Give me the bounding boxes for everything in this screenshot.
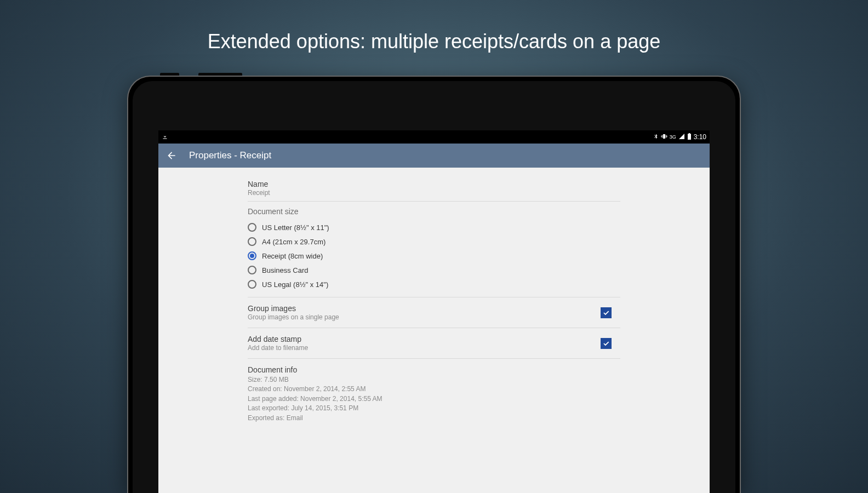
radio-icon <box>248 251 256 260</box>
date-stamp-title: Add date stamp <box>248 335 308 343</box>
document-info-line: Size: 7.50 MB <box>248 375 620 385</box>
group-images-title: Group images <box>248 304 339 313</box>
document-info-line: Exported as: Email <box>248 414 620 423</box>
download-icon <box>162 133 168 141</box>
radio-icon <box>248 266 256 274</box>
network-3g-label: 3G <box>670 134 676 140</box>
date-stamp-section[interactable]: Add date stamp Add date to filename <box>248 328 620 359</box>
document-size-header: Document size <box>248 207 620 216</box>
battery-icon <box>687 133 692 141</box>
radio-icon <box>248 223 256 232</box>
signal-icon <box>678 133 685 141</box>
app-bar-title: Properties - Receipt <box>189 150 271 161</box>
name-label: Name <box>248 180 620 188</box>
device-bezel-inner: 3G 3:10 Properties - Receipt <box>133 81 735 493</box>
tablet-device-frame: 3G 3:10 Properties - Receipt <box>127 76 741 493</box>
document-info-line: Last page added: November 2, 2014, 5:55 … <box>248 394 620 404</box>
arrow-left-icon <box>166 150 177 161</box>
radio-label: Receipt (8cm wide) <box>262 252 323 260</box>
document-size-section: Document size US Letter (8½" x 11")A4 (2… <box>248 202 620 297</box>
radio-label: Business Card <box>262 266 309 274</box>
clock-time: 3:10 <box>694 133 706 141</box>
android-status-bar: 3G 3:10 <box>158 130 710 144</box>
document-info-lines: Size: 7.50 MBCreated on: November 2, 201… <box>248 375 620 423</box>
radio-label: US Legal (8½" x 14") <box>262 280 328 289</box>
bluetooth-icon <box>653 133 659 141</box>
group-images-checkbox[interactable] <box>601 307 612 318</box>
document-info-header: Document info <box>248 365 620 374</box>
settings-content: Name Receipt Document size US Letter (8½… <box>158 168 710 493</box>
document-info-section: Document info Size: 7.50 MBCreated on: N… <box>248 359 620 439</box>
vibrate-icon <box>661 133 667 141</box>
group-images-subtitle: Group images on a single page <box>248 313 339 321</box>
document-size-option[interactable]: Receipt (8cm wide) <box>248 249 620 263</box>
check-icon <box>602 309 610 317</box>
back-button[interactable] <box>165 149 178 162</box>
document-size-radio-group: US Letter (8½" x 11")A4 (21cm x 29.7cm)R… <box>248 220 620 291</box>
radio-label: US Letter (8½" x 11") <box>262 223 329 232</box>
group-images-section[interactable]: Group images Group images on a single pa… <box>248 297 620 328</box>
document-info-line: Last exported: July 14, 2015, 3:51 PM <box>248 404 620 413</box>
document-size-option[interactable]: US Letter (8½" x 11") <box>248 220 620 234</box>
radio-label: A4 (21cm x 29.7cm) <box>262 238 326 246</box>
date-stamp-subtitle: Add date to filename <box>248 344 308 352</box>
document-size-option[interactable]: US Legal (8½" x 14") <box>248 277 620 291</box>
document-size-option[interactable]: Business Card <box>248 263 620 277</box>
document-size-option[interactable]: A4 (21cm x 29.7cm) <box>248 234 620 249</box>
device-screen: 3G 3:10 Properties - Receipt <box>158 130 710 493</box>
date-stamp-checkbox[interactable] <box>601 338 612 349</box>
app-bar: Properties - Receipt <box>158 144 710 168</box>
radio-icon <box>248 237 256 246</box>
check-icon <box>602 340 610 347</box>
name-section[interactable]: Name Receipt <box>248 174 620 202</box>
document-info-line: Created on: November 2, 2014, 2:55 AM <box>248 385 620 394</box>
device-bezel: 3G 3:10 Properties - Receipt <box>127 76 741 493</box>
name-value: Receipt <box>248 189 620 197</box>
promo-caption: Extended options: multiple receipts/card… <box>0 30 868 53</box>
radio-icon <box>248 280 256 289</box>
